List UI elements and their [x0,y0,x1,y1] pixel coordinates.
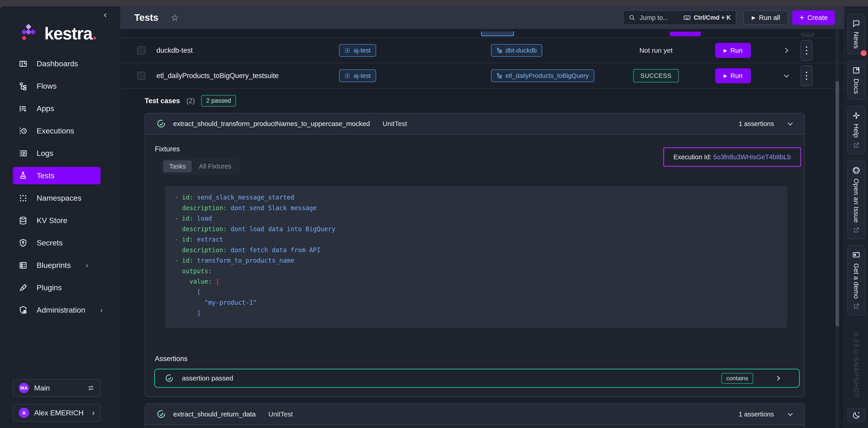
run-button[interactable]: ▶ Run [715,68,751,83]
test-case-header[interactable]: extract_should_transform_productNames_to… [145,113,804,135]
flow-badge[interactable]: dbt-duckdb [491,44,542,57]
passed-badge: 2 passed [201,95,236,107]
sidebar-item-label: Plugins [37,283,62,292]
user-menu-chevron-icon[interactable]: › [92,408,95,418]
theme-toggle-button[interactable] [847,408,865,423]
sidebar-item-label: Tests [37,171,55,180]
row-checkbox[interactable] [137,72,145,80]
sidebar-item-kvstore[interactable]: KV Store [0,209,120,232]
kestra-app-window: ‹ kestra. Dashboards [0,0,868,428]
namespace-badge[interactable]: aj-test [339,69,376,82]
user-menu[interactable]: A Alex EMERICH › [13,404,101,422]
sidebar-item-tests[interactable]: Tests [13,167,101,184]
administration-expand-icon[interactable]: › [100,306,103,314]
tests-content: duckdb-test aj-test dbt-duckdb Not r [120,29,844,428]
run-all-button[interactable]: ▶ Run all [743,10,788,25]
assertions-label: Assertions [155,355,804,363]
create-button[interactable]: + Create [792,10,835,25]
sidebar-item-executions[interactable]: Executions [0,120,120,142]
sidebar-item-blueprints[interactable]: Blueprints › [0,254,120,277]
rail-help-button[interactable]: Help [847,106,865,154]
assertion-row[interactable]: assertion passed contains [154,369,800,388]
collapse-row-chevron-down-icon[interactable] [782,72,790,80]
kestra-logo[interactable]: kestra. [18,23,96,44]
fixtures-tabs: Tasks All Fixtures [161,158,240,175]
jump-to-search[interactable]: Jump to... Ctrl/Cmd + K [623,10,736,25]
namespace-badge[interactable]: aj-test [339,44,376,57]
sidebar-item-apps[interactable]: Apps [0,97,120,120]
case-passed-check-icon [156,409,166,419]
github-icon [852,166,860,174]
flows-icon [19,82,28,91]
rail-open-issue-button[interactable]: Open an Issue [847,161,865,239]
news-chat-icon [852,20,860,28]
favorite-star-icon[interactable]: ☆ [171,13,179,22]
plugins-icon [19,283,28,292]
case-collapse-chevron-down-icon[interactable] [786,410,794,418]
kvstore-icon [19,216,28,225]
sidebar-item-flows[interactable]: Flows [0,75,120,97]
tenant-selector[interactable]: MA Main [13,379,101,397]
search-shortcut: Ctrl/Cmd + K [694,14,731,21]
expand-row-chevron-right-icon[interactable] [782,47,790,54]
sidebar-collapse-icon[interactable]: ‹ [104,10,107,19]
execution-id-link[interactable]: 5o3fn8u3WHisGeT4bItbLb [713,153,791,161]
tab-tasks[interactable]: Tasks [163,161,192,172]
sidebar-item-label: KV Store [37,216,67,225]
sidebar-item-administration[interactable]: Administration › [0,299,120,321]
test-cases-title: Test cases [145,97,180,105]
sidebar-item-label: Dashboards [37,59,78,68]
namespace-icon [344,73,350,79]
kestra-wordmark: kestra. [44,25,96,42]
assertions-count: 1 assertions [739,410,774,418]
test-name[interactable]: etl_dailyProducts_toBigQuery_testsuite [156,72,279,80]
sidebar-item-secrets[interactable]: Secrets [0,232,120,254]
help-slack-icon [852,112,860,120]
test-cases-count: (2) [186,97,195,105]
sidebar-item-label: Logs [37,149,53,158]
sidebar-nav: Dashboards Flows Apps Executions Logs [0,53,120,321]
assertion-passed-check-icon [165,374,174,383]
assertion-expand-chevron-right-icon[interactable] [775,375,782,382]
case-name: extract_should_return_data [173,410,256,418]
test-name[interactable]: duckdb-test [156,46,193,55]
row-checkbox[interactable] [137,46,145,55]
play-icon: ▶ [723,48,727,53]
rail-get-demo-button[interactable]: Get a demo [847,245,865,316]
rail-docs-button[interactable]: Docs [847,60,865,100]
sidebar-item-namespaces[interactable]: Namespaces [0,187,120,209]
row-menu-kebab-icon[interactable] [801,40,812,61]
scrollbar-thumb[interactable] [835,81,839,326]
blueprints-icon [19,261,28,270]
yaml-code[interactable]: - id: send_slack_message_started descrip… [165,186,787,328]
assertions-count: 1 assertions [739,120,774,127]
execution-id-label: Execution Id: [673,153,713,161]
status-badge: SUCCESS [633,69,679,83]
sidebar-item-label: Secrets [37,238,63,247]
topbar: Tests ☆ Jump to... Ctrl/Cmd + K ▶ [120,6,844,29]
sidebar-item-logs[interactable]: Logs [0,142,120,165]
play-icon: ▶ [723,73,727,79]
sidebar-item-label: Flows [37,82,57,90]
external-link-icon [853,303,860,310]
tenant-switch-icon[interactable] [87,384,95,392]
test-case-header[interactable]: extract_should_return_data UnitTest 1 as… [145,404,804,425]
news-notification-dot [861,50,867,56]
case-collapse-chevron-down-icon[interactable] [786,120,794,127]
flow-badge[interactable]: etl_dailyProducts_toBigQuery [491,69,594,82]
sidebar-item-plugins[interactable]: Plugins [0,277,120,299]
tab-all-fixtures[interactable]: All Fixtures [193,161,237,172]
blueprints-expand-icon[interactable]: › [86,261,88,269]
row-menu-kebab-icon[interactable] [801,65,812,86]
clipped-run-button [670,32,701,36]
sidebar-item-label: Namespaces [37,194,81,202]
version-label: 0.23.0-SNAPSHOT [852,333,860,398]
run-button[interactable]: ▶ Run [715,43,751,58]
external-link-icon [853,227,860,233]
secrets-icon [19,238,28,248]
logs-icon [19,149,28,158]
external-link-icon [853,142,860,149]
keyboard-icon [683,14,690,21]
rail-news-button[interactable]: News [847,13,865,55]
sidebar-item-dashboards[interactable]: Dashboards [0,53,120,75]
